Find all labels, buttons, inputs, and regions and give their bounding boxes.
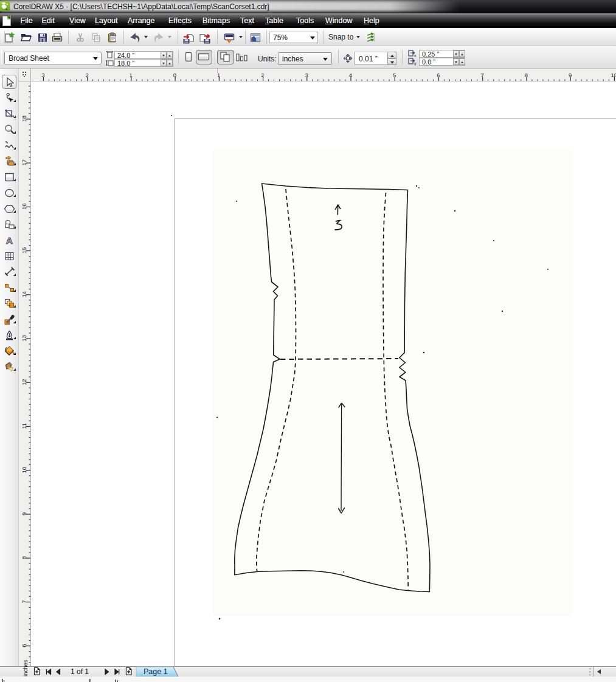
svg-text:6: 6 bbox=[437, 72, 440, 78]
svg-text:Page 1: Page 1 bbox=[144, 667, 168, 676]
svg-text:6: 6 bbox=[21, 644, 27, 647]
svg-text:14: 14 bbox=[21, 291, 27, 298]
svg-text:1 of 1: 1 of 1 bbox=[71, 667, 89, 676]
svg-text:9: 9 bbox=[569, 72, 572, 78]
svg-text:10: 10 bbox=[611, 72, 616, 78]
svg-text:10: 10 bbox=[21, 467, 27, 474]
svg-text:15: 15 bbox=[21, 247, 27, 254]
svg-text:2: 2 bbox=[85, 72, 88, 78]
svg-text:18: 18 bbox=[21, 115, 27, 122]
svg-text:16: 16 bbox=[21, 203, 27, 210]
svg-text:0: 0 bbox=[173, 72, 176, 78]
svg-text:2: 2 bbox=[261, 72, 264, 78]
svg-text:5: 5 bbox=[393, 72, 396, 78]
svg-text:3: 3 bbox=[305, 72, 308, 78]
svg-text:8: 8 bbox=[21, 556, 27, 559]
svg-text:9: 9 bbox=[21, 512, 27, 515]
svg-text:8: 8 bbox=[525, 72, 528, 78]
svg-text:3: 3 bbox=[41, 72, 44, 78]
svg-text:11: 11 bbox=[21, 423, 27, 429]
svg-text:13: 13 bbox=[21, 335, 27, 342]
svg-text:17: 17 bbox=[21, 159, 27, 166]
svg-text:4: 4 bbox=[349, 72, 352, 78]
svg-text:7: 7 bbox=[480, 72, 483, 78]
svg-text:12: 12 bbox=[21, 379, 27, 385]
svg-text:y: y bbox=[414, 61, 417, 66]
svg-text:A: A bbox=[6, 235, 13, 246]
svg-text:7: 7 bbox=[21, 600, 27, 603]
svg-text:x: x bbox=[414, 53, 417, 58]
svg-text:1: 1 bbox=[130, 72, 133, 78]
